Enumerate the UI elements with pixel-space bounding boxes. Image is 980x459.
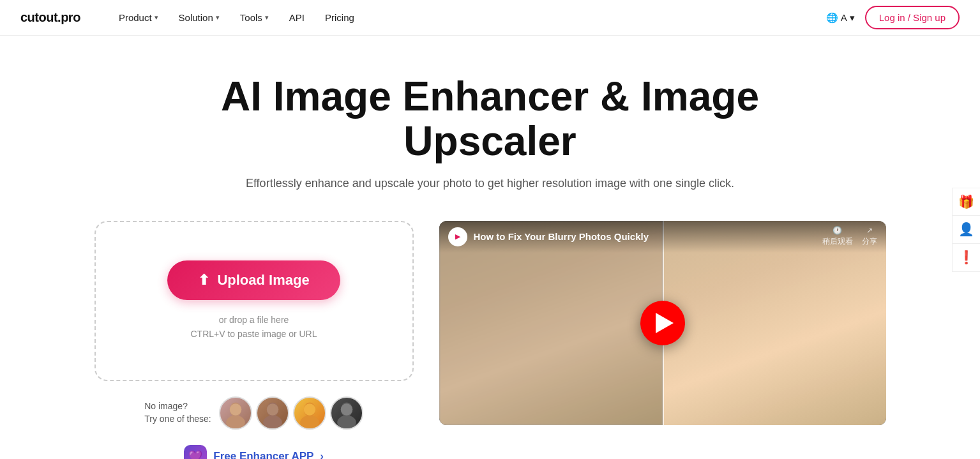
profile-fab[interactable]: 👤: [952, 216, 980, 244]
drop-hint: or drop a file here CTRL+V to paste imag…: [190, 313, 317, 342]
sample-label: No image? Try one of these:: [144, 400, 211, 425]
chevron-down-icon: ▾: [216, 13, 220, 22]
hero-title: AI Image Enhancer & Image Upscaler: [171, 74, 810, 164]
svg-point-5: [267, 403, 278, 415]
video-play-button[interactable]: [640, 301, 685, 345]
free-app-link[interactable]: 💜 Free Enhancer APP ›: [184, 445, 323, 459]
video-top-bar: ▶ How to Fix Your Blurry Photos Quickly …: [439, 221, 886, 253]
hero-subtitle: Effortlessly enhance and upscale your ph…: [246, 177, 734, 190]
share-button[interactable]: ↗ 分享: [862, 226, 877, 247]
chevron-down-icon: ▾: [265, 13, 269, 22]
svg-point-11: [341, 403, 352, 415]
language-selector[interactable]: 🌐 A ▾: [826, 12, 855, 24]
navbar: cutout.pro Product ▾ Solution ▾ Tools ▾ …: [0, 0, 980, 36]
share-icon: ↗: [866, 226, 873, 235]
youtube-logo: ▶: [448, 227, 467, 246]
login-signup-button[interactable]: Log in / Sign up: [865, 6, 960, 29]
nav-tools[interactable]: Tools ▾: [232, 8, 276, 27]
main-content: AI Image Enhancer & Image Upscaler Effor…: [0, 36, 980, 459]
svg-point-7: [300, 415, 319, 429]
svg-point-2: [230, 403, 241, 415]
alert-fab[interactable]: ❗: [952, 244, 980, 272]
sample-image-2[interactable]: [256, 396, 289, 430]
upload-dropzone[interactable]: ⬆ Upload Image or drop a file here CTRL+…: [94, 221, 414, 381]
video-actions: 🕐 稍后观看 ↗ 分享: [822, 226, 877, 247]
upload-icon: ⬆: [198, 272, 209, 289]
chevron-right-icon: ›: [320, 451, 323, 459]
nav-api[interactable]: API: [282, 8, 312, 27]
sample-thumbs: [219, 396, 363, 430]
translate-icon: 🌐: [826, 12, 838, 24]
watch-later-button[interactable]: 🕐 稍后观看: [822, 226, 853, 247]
nav-solution[interactable]: Solution ▾: [171, 8, 227, 27]
video-thumbnail[interactable]: › ▶ How to Fix Your Blurry Photos Quickl…: [439, 221, 886, 425]
upload-image-button[interactable]: ⬆ Upload Image: [167, 260, 340, 300]
sample-image-1[interactable]: [219, 396, 252, 430]
nav-pricing[interactable]: Pricing: [317, 8, 362, 27]
app-icon: 💜: [184, 445, 207, 459]
svg-point-10: [337, 415, 356, 429]
sample-image-3[interactable]: [293, 396, 326, 430]
video-title: How to Fix Your Blurry Photos Quickly: [474, 231, 649, 242]
two-column-layout: ⬆ Upload Image or drop a file here CTRL+…: [43, 221, 937, 459]
sample-image-4[interactable]: [330, 396, 363, 430]
svg-point-4: [263, 415, 282, 429]
video-panel[interactable]: › ▶ How to Fix Your Blurry Photos Quickl…: [439, 221, 886, 425]
svg-point-1: [226, 415, 245, 429]
chevron-down-icon: ▾: [155, 13, 158, 22]
nav-product[interactable]: Product ▾: [111, 8, 166, 27]
chevron-down-icon: ▾: [850, 12, 855, 24]
gift-fab[interactable]: 🎁: [952, 188, 980, 216]
svg-point-8: [304, 403, 315, 415]
nav-links: Product ▾ Solution ▾ Tools ▾ API Pricing: [111, 8, 826, 27]
nav-right: 🌐 A ▾ Log in / Sign up: [826, 6, 960, 29]
site-logo[interactable]: cutout.pro: [20, 10, 80, 25]
play-triangle-icon: [656, 313, 674, 333]
sample-images-row: No image? Try one of these:: [144, 396, 363, 430]
left-panel: ⬆ Upload Image or drop a file here CTRL+…: [94, 221, 414, 459]
clock-icon: 🕐: [833, 226, 842, 235]
right-sidebar: 🎁 👤 ❗: [952, 188, 980, 272]
